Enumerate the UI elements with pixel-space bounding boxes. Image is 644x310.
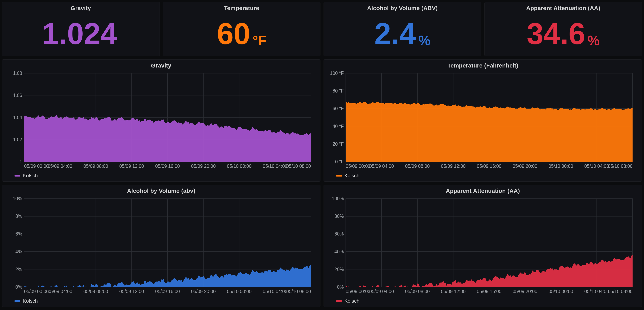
svg-text:05/10 08:00: 05/10 08:00 [608, 289, 632, 294]
svg-text:05/09 04:00: 05/09 04:00 [369, 164, 394, 169]
panel-title: Temperature (Fahrenheit) [327, 62, 638, 69]
svg-text:05/09 00:00: 05/09 00:00 [346, 164, 370, 169]
svg-text:05/10 00:00: 05/10 00:00 [227, 289, 252, 294]
svg-text:05/09 12:00: 05/09 12:00 [441, 164, 466, 169]
dashboard: Gravity 1.024 Temperature 60°F Alcohol b… [0, 0, 644, 310]
svg-text:05/09 00:00: 05/09 00:00 [346, 289, 370, 294]
legend-swatch [14, 300, 20, 302]
svg-text:05/10 00:00: 05/10 00:00 [548, 164, 573, 169]
stat-panel-abv[interactable]: Alcohol by Volume (ABV) 2.4% [324, 2, 481, 56]
svg-text:60%: 60% [334, 231, 344, 237]
svg-text:05/09 04:00: 05/09 04:00 [48, 289, 72, 294]
svg-text:100%: 100% [332, 196, 344, 201]
svg-text:05/09 12:00: 05/09 12:00 [441, 289, 466, 294]
svg-text:1: 1 [20, 159, 22, 164]
chart-area[interactable]: 0 °F20 °F40 °F60 °F80 °F100 °F05/09 00:0… [327, 70, 638, 170]
svg-text:10%: 10% [13, 196, 22, 201]
svg-text:05/09 16:00: 05/09 16:00 [155, 289, 180, 294]
svg-text:60 °F: 60 °F [332, 106, 344, 111]
panel-title: Temperature [166, 5, 317, 12]
svg-text:05/09 04:00: 05/09 04:00 [369, 289, 394, 294]
svg-text:05/09 16:00: 05/09 16:00 [477, 164, 502, 169]
svg-text:05/09 20:00: 05/09 20:00 [191, 289, 216, 294]
svg-text:8%: 8% [15, 214, 22, 219]
svg-text:05/09 00:00: 05/09 00:00 [24, 289, 49, 294]
svg-text:1.06: 1.06 [13, 93, 22, 98]
svg-text:2%: 2% [15, 266, 22, 272]
panel-title: Gravity [6, 5, 156, 12]
svg-text:05/09 20:00: 05/09 20:00 [512, 289, 537, 294]
chart-panel-abv[interactable]: Alcohol by Volume (abv) 0%2%4%6%8%10%05/… [2, 185, 320, 307]
svg-text:05/09 16:00: 05/09 16:00 [155, 164, 180, 169]
svg-text:05/10 00:00: 05/10 00:00 [227, 164, 252, 169]
svg-text:40 °F: 40 °F [332, 124, 344, 129]
chart-legend[interactable]: Kolsch [6, 170, 317, 179]
panel-title: Alcohol by Volume (ABV) [327, 5, 478, 12]
stat-panel-temperature[interactable]: Temperature 60°F [163, 2, 321, 56]
svg-text:80 °F: 80 °F [332, 88, 344, 94]
svg-text:05/10 04:00: 05/10 04:00 [584, 164, 609, 169]
svg-text:05/10 04:00: 05/10 04:00 [263, 164, 287, 169]
legend-label: Kolsch [344, 173, 360, 179]
chart-row-1: Gravity 11.021.041.061.0805/09 00:0005/0… [2, 59, 642, 182]
chart-area[interactable]: 0%20%40%60%80%100%05/09 00:0005/09 04:00… [327, 196, 638, 295]
legend-label: Kolsch [344, 298, 360, 304]
svg-text:05/09 08:00: 05/09 08:00 [405, 289, 430, 294]
legend-swatch [336, 175, 342, 177]
svg-text:05/10 08:00: 05/10 08:00 [608, 164, 632, 169]
svg-text:05/09 00:00: 05/09 00:00 [24, 164, 49, 169]
svg-text:1.02: 1.02 [13, 137, 22, 142]
svg-text:6%: 6% [15, 231, 22, 237]
chart-legend[interactable]: Kolsch [327, 295, 638, 305]
svg-text:05/10 04:00: 05/10 04:00 [584, 289, 609, 294]
legend-label: Kolsch [23, 173, 38, 179]
legend-label: Kolsch [23, 298, 38, 304]
chart-panel-temperature[interactable]: Temperature (Fahrenheit) 0 °F20 °F40 °F6… [324, 59, 642, 182]
chart-panel-aa[interactable]: Apparent Attenuation (AA) 0%20%40%60%80%… [324, 185, 642, 307]
svg-text:0 °F: 0 °F [335, 159, 344, 164]
svg-text:05/10 04:00: 05/10 04:00 [263, 289, 287, 294]
panel-title: Apparent Attenuation (AA) [327, 188, 638, 194]
svg-text:40%: 40% [334, 249, 344, 254]
svg-text:0%: 0% [15, 284, 22, 290]
svg-text:05/10 08:00: 05/10 08:00 [286, 164, 311, 169]
svg-text:1.04: 1.04 [13, 115, 22, 120]
chart-area[interactable]: 0%2%4%6%8%10%05/09 00:0005/09 04:0005/09… [6, 196, 317, 295]
panel-title: Apparent Attenuation (AA) [488, 5, 638, 12]
panel-title: Gravity [6, 62, 317, 69]
stat-panel-aa[interactable]: Apparent Attenuation (AA) 34.6% [484, 2, 642, 56]
chart-legend[interactable]: Kolsch [327, 170, 638, 179]
svg-text:80%: 80% [334, 214, 344, 219]
panel-title: Alcohol by Volume (abv) [6, 188, 317, 194]
svg-text:05/09 08:00: 05/09 08:00 [84, 164, 108, 169]
svg-text:100 °F: 100 °F [330, 71, 344, 76]
chart-legend[interactable]: Kolsch [6, 295, 317, 305]
svg-text:1.08: 1.08 [13, 71, 22, 76]
stat-value: 2.4% [374, 19, 430, 49]
svg-text:05/09 08:00: 05/09 08:00 [84, 289, 108, 294]
svg-text:05/10 08:00: 05/10 08:00 [286, 289, 311, 294]
legend-swatch [336, 300, 342, 302]
svg-text:20%: 20% [334, 266, 344, 272]
svg-text:4%: 4% [15, 249, 22, 254]
svg-text:05/09 16:00: 05/09 16:00 [477, 289, 502, 294]
stat-panel-gravity[interactable]: Gravity 1.024 [2, 2, 160, 56]
svg-text:20 °F: 20 °F [332, 141, 344, 147]
stat-value: 1.024 [42, 19, 120, 49]
chart-row-2: Alcohol by Volume (abv) 0%2%4%6%8%10%05/… [2, 185, 642, 307]
legend-swatch [14, 175, 20, 177]
svg-text:05/10 00:00: 05/10 00:00 [548, 289, 573, 294]
svg-text:05/09 20:00: 05/09 20:00 [512, 164, 537, 169]
stat-row: Gravity 1.024 Temperature 60°F Alcohol b… [2, 2, 642, 56]
svg-text:05/09 12:00: 05/09 12:00 [120, 164, 144, 169]
chart-panel-gravity[interactable]: Gravity 11.021.041.061.0805/09 00:0005/0… [2, 59, 320, 182]
svg-text:05/09 04:00: 05/09 04:00 [48, 164, 72, 169]
svg-text:05/09 20:00: 05/09 20:00 [191, 164, 216, 169]
svg-text:05/09 12:00: 05/09 12:00 [120, 289, 144, 294]
chart-area[interactable]: 11.021.041.061.0805/09 00:0005/09 04:000… [6, 70, 317, 170]
svg-text:0%: 0% [337, 284, 344, 290]
stat-value: 34.6% [527, 19, 600, 49]
stat-value: 60°F [217, 19, 266, 49]
svg-text:05/09 08:00: 05/09 08:00 [405, 164, 430, 169]
